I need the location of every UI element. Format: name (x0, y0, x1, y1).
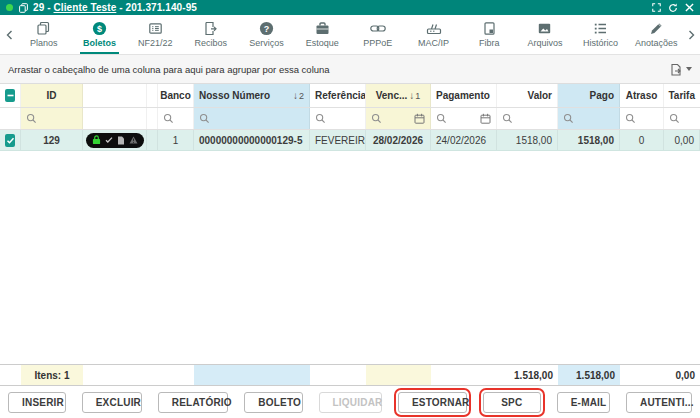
pencil-icon (649, 21, 664, 36)
grid-filter-row (0, 108, 700, 130)
search-icon (669, 113, 680, 124)
client-name-link[interactable]: Cliente Teste (54, 2, 117, 13)
search-icon (199, 113, 210, 124)
link-icon (370, 21, 386, 36)
summary-empty (0, 365, 21, 385)
calendar-icon (414, 113, 425, 124)
col-header-referencia[interactable]: Referência (310, 84, 366, 107)
inserir-button[interactable]: INSERIR (8, 392, 66, 413)
tab-label: Histórico (583, 38, 618, 48)
tab-label: Anotações (635, 38, 678, 48)
tab-label: Estoque (306, 38, 339, 48)
copy-icon[interactable] (19, 3, 28, 13)
col-header-atraso[interactable]: Atraso (620, 84, 664, 107)
tab-planos[interactable]: Planos (16, 15, 72, 54)
sort-indicator: ↓1 (409, 90, 420, 101)
boleto-button[interactable]: BOLETO (244, 392, 302, 413)
col-header-venc[interactable]: Venc... ↓1 (366, 84, 431, 107)
tab-label: Arquivos (527, 38, 562, 48)
grid-summary-row: Itens: 1 1.518,00 1.518,00 0,00 (0, 364, 700, 386)
filter-valor[interactable] (497, 108, 558, 129)
search-icon (625, 113, 636, 124)
search-icon (502, 113, 513, 124)
grid-empty-area (0, 151, 700, 364)
cell-banco: 1 (158, 130, 194, 150)
tab-arquivos[interactable]: Arquivos (517, 15, 573, 54)
cell-referencia: FEVEREIRO... (310, 130, 366, 150)
filter-pagamento[interactable] (431, 108, 497, 129)
tab-label: MAC/IP (418, 38, 449, 48)
tab-boletos[interactable]: $ Boletos (72, 15, 128, 54)
lock-icon (92, 135, 101, 145)
tab-pppoe[interactable]: PPPoE (350, 15, 406, 54)
tab-recibos[interactable]: Recibos (183, 15, 239, 54)
tabs-scroll-left-icon[interactable] (2, 15, 16, 54)
filter-pago[interactable] (558, 108, 620, 129)
group-by-hint: Arrastar o cabeçalho de uma coluna para … (8, 64, 330, 75)
check-icon (6, 136, 15, 145)
relatorio-button[interactable]: RELATÓRIO (158, 392, 228, 413)
file-icon (117, 136, 125, 145)
cell-venc: 28/02/2026 (366, 130, 431, 150)
filter-atraso[interactable] (620, 108, 664, 129)
filter-id[interactable] (21, 108, 83, 129)
cell-atraso: 0 (620, 130, 664, 150)
tab-historico[interactable]: Histórico (573, 15, 629, 54)
cell-spacer (147, 130, 158, 150)
col-header-icons[interactable] (83, 84, 147, 107)
estornar-button[interactable]: ESTORNAR (398, 392, 467, 413)
calendar-icon (480, 113, 491, 124)
table-row[interactable]: 129 1 00000000000000129-5 FEVEREIRO... 2… (0, 130, 700, 151)
email-button[interactable]: E-MAIL (557, 392, 610, 413)
boletos-grid: ID Banco Nosso Número ↓2 Referência Venc… (0, 84, 700, 386)
col-header-valor[interactable]: Valor (497, 84, 558, 107)
filter-tarifa[interactable] (664, 108, 700, 129)
dollar-circle-icon: $ (92, 21, 107, 36)
status-icon-pill (86, 133, 144, 148)
tab-servicos[interactable]: ? Serviços (239, 15, 295, 54)
tab-label: Recibos (195, 38, 228, 48)
filter-nosso-numero[interactable] (194, 108, 310, 129)
filter-referencia[interactable] (310, 108, 366, 129)
action-button-bar: INSERIR EXCLUIR RELATÓRIO BOLETO LIQUIDA… (0, 386, 700, 418)
grid-header-row: ID Banco Nosso Número ↓2 Referência Venc… (0, 84, 700, 108)
liquidar-button: LIQUIDAR (319, 392, 382, 413)
summary-itens: Itens: 1 (21, 365, 83, 385)
search-icon (436, 113, 447, 124)
summary-tarifa-total: 0,00 (664, 365, 700, 385)
col-header-nosso-numero[interactable]: Nosso Número ↓2 (194, 84, 310, 107)
refresh-icon[interactable] (668, 3, 678, 13)
search-icon (563, 113, 574, 124)
tab-label: NF21/22 (138, 38, 173, 48)
filter-banco[interactable] (158, 108, 194, 129)
col-header-id[interactable]: ID (21, 84, 83, 107)
excluir-button[interactable]: EXCLUIR (82, 392, 142, 413)
fullscreen-icon[interactable] (652, 3, 661, 12)
col-header-pagamento[interactable]: Pagamento (431, 84, 497, 107)
export-menu[interactable] (670, 63, 692, 76)
col-header-pago[interactable]: Pago (558, 84, 620, 107)
tab-estoque[interactable]: Estoque (294, 15, 350, 54)
col-header-banco[interactable]: Banco (158, 84, 194, 107)
summary-venc (366, 365, 431, 385)
col-header-tarifa[interactable]: Tarifa (664, 84, 700, 107)
sort-desc-icon: ↓ (409, 90, 414, 101)
close-icon[interactable] (685, 3, 694, 12)
filter-venc[interactable] (366, 108, 431, 129)
spc-button[interactable]: SPC (483, 392, 541, 413)
tabs-scroll-right-icon[interactable] (684, 15, 698, 54)
group-by-bar[interactable]: Arrastar o cabeçalho de uma coluna para … (0, 55, 700, 84)
tab-nf2122[interactable]: NF21/22 (127, 15, 183, 54)
filter-icons (83, 108, 147, 129)
question-circle-icon: ? (259, 21, 274, 36)
title-prefix: 29 - (33, 2, 54, 13)
select-all-checkbox[interactable] (5, 89, 15, 102)
tab-macip[interactable]: MAC/IP (406, 15, 462, 54)
autenticar-button[interactable]: AUTENTI... (626, 392, 692, 413)
cell-tarifa: 0,00 (664, 130, 700, 150)
row-checkbox[interactable] (5, 134, 15, 147)
filter-empty (0, 108, 21, 129)
tab-fibra[interactable]: Fibra (461, 15, 517, 54)
tab-anotacoes[interactable]: Anotações (628, 15, 684, 54)
summary-nosso-numero (194, 365, 310, 385)
